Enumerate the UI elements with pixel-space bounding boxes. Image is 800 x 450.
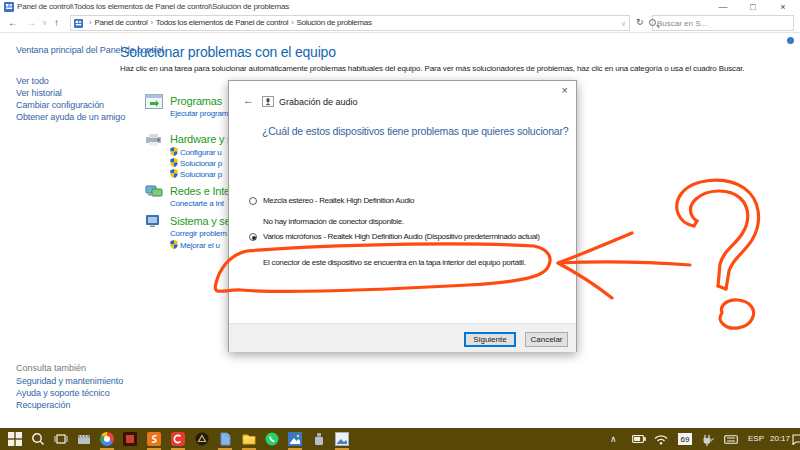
network-internet-icon xyxy=(145,184,163,199)
breadcrumb-item-solucion-de-problemas[interactable]: Solución de problemas xyxy=(297,16,372,30)
play-circle-app-icon[interactable] xyxy=(195,432,209,446)
maximize-button[interactable]: □ xyxy=(738,0,768,14)
dialog-question: ¿Cuál de estos dispositivos tiene proble… xyxy=(262,125,568,137)
see-also-header: Consulta también xyxy=(16,363,86,373)
search-box[interactable]: Buscar en S... xyxy=(652,15,794,31)
taskbar-search-icon[interactable] xyxy=(31,432,45,446)
next-button[interactable]: Siguiente xyxy=(464,332,516,347)
usb-device-icon[interactable] xyxy=(312,432,326,446)
dialog-close-icon[interactable]: × xyxy=(562,84,568,96)
action-center-icon[interactable] xyxy=(792,434,800,445)
category-hardware-y-sonido[interactable]: Hardware y s xyxy=(170,133,232,145)
uac-shield-icon xyxy=(170,147,178,156)
video-editor-app-icon[interactable] xyxy=(77,432,91,446)
uac-shield-icon xyxy=(170,240,178,249)
s-app-icon[interactable] xyxy=(147,432,161,446)
option-note-circled: El conector de este dispositivo se encue… xyxy=(263,258,526,267)
control-panel-icon xyxy=(4,2,14,12)
programs-icon xyxy=(145,94,163,109)
category-sistema-y-seguridad[interactable]: Sistema y se xyxy=(170,215,231,227)
minimize-button[interactable]: — xyxy=(708,0,738,14)
close-button[interactable]: × xyxy=(768,0,798,14)
sidebar-item-obtener-ayuda[interactable]: Obtener ayuda de un amigo xyxy=(16,112,125,123)
radio-mezcla-estereo-label[interactable]: Mezcla estéreo - Realtek High Definition… xyxy=(263,196,414,205)
dialog-title: Grabación de audio xyxy=(279,97,358,107)
hardware-sound-icon xyxy=(145,132,163,147)
camtasia-icon[interactable] xyxy=(171,432,185,446)
breadcrumb-sep-icon: › xyxy=(291,16,293,30)
task-view-icon[interactable] xyxy=(54,432,68,446)
audio-recording-icon xyxy=(262,96,274,107)
option-note: No hay información de conector disponibl… xyxy=(263,217,404,226)
dialog-button-bar: Siguiente Cancelar xyxy=(229,323,576,352)
sidebar-item-ver-historial[interactable]: Ver historial xyxy=(16,88,62,99)
category-programas[interactable]: Programas xyxy=(170,95,222,107)
breadcrumb-sep-icon: › xyxy=(89,16,91,30)
chrome-icon[interactable] xyxy=(100,432,114,446)
sidebar-item-ayuda-soporte[interactable]: Ayuda y soporte técnico xyxy=(16,388,110,399)
category-link-label: Mejorar el u xyxy=(180,241,220,250)
breadcrumb-item-todos-los-elementos[interactable]: Todos los elementos de Panel de control xyxy=(156,16,288,30)
recent-pages-dropdown-icon[interactable]: ∨ xyxy=(42,14,47,31)
battery-icon[interactable] xyxy=(632,434,646,444)
category-link-solucionar-1[interactable]: Solucionar p xyxy=(170,158,222,168)
radio-varios-microfonos[interactable] xyxy=(249,233,257,241)
image-viewer-app-icon[interactable] xyxy=(335,432,349,446)
category-link-label: Solucionar p xyxy=(180,170,222,179)
window-titlebar: Panel de control\Todos los elementos de … xyxy=(0,0,800,14)
address-dropdown-icon[interactable]: ∨ xyxy=(621,15,626,32)
address-field[interactable]: › Panel de control › Todos los elementos… xyxy=(70,15,630,31)
safely-remove-hardware-icon[interactable] xyxy=(701,433,715,447)
sidebar-item-ver-todo[interactable]: Ver todo xyxy=(16,76,49,87)
category-link-mejorar[interactable]: Mejorar el u xyxy=(170,240,220,250)
dialog-back-icon[interactable]: ← xyxy=(243,94,254,106)
radio-varios-microfonos-label[interactable]: Varios micrófonos - Realtek High Definit… xyxy=(263,232,540,241)
troubleshooter-dialog: × ← Grabación de audio ¿Cuál de estos di… xyxy=(228,80,577,352)
document-app-icon[interactable] xyxy=(218,432,232,446)
tray-expand-chevron-icon[interactable]: ∧ xyxy=(610,428,617,450)
back-button[interactable]: ← xyxy=(8,14,18,31)
category-link-solucionar-2[interactable]: Solucionar p xyxy=(170,169,222,179)
breadcrumb-item-panel-de-control[interactable]: Panel de control xyxy=(94,16,147,30)
language-indicator[interactable]: ESP xyxy=(748,428,764,450)
cancel-button[interactable]: Cancelar xyxy=(525,332,568,347)
uac-shield-icon xyxy=(170,169,178,178)
photos-app-icon[interactable] xyxy=(288,432,302,446)
forward-button[interactable]: → xyxy=(26,14,36,31)
radio-mezcla-estereo[interactable] xyxy=(249,197,257,205)
category-link-ejecutar-programas[interactable]: Ejecutar program xyxy=(170,109,228,118)
sidebar-item-cambiar-configuracion[interactable]: Cambiar configuración xyxy=(16,100,104,111)
wifi-icon[interactable] xyxy=(654,434,668,445)
help-icon[interactable] xyxy=(787,37,794,44)
file-explorer-icon[interactable] xyxy=(242,432,256,446)
category-link-label: Solucionar p xyxy=(180,159,222,168)
breadcrumb: › Panel de control › Todos los elementos… xyxy=(86,16,372,30)
clock[interactable]: 20:17 xyxy=(770,428,790,450)
search-icon[interactable] xyxy=(649,19,656,26)
touch-keyboard-icon[interactable] xyxy=(724,435,738,444)
adobe-app-icon[interactable] xyxy=(123,432,137,446)
control-panel-icon xyxy=(74,19,83,28)
category-redes-e-internet[interactable]: Redes e Inte xyxy=(170,185,230,197)
category-link-conectarte[interactable]: Conectarte a Int xyxy=(170,199,224,208)
address-toolbar: ← → ∨ ↑ › Panel de control › Todos los e… xyxy=(0,14,800,33)
page-title: Solucionar problemas con el equipo xyxy=(120,44,336,60)
page-subtitle: Haz clic en una tarea para solucionar au… xyxy=(120,64,744,73)
category-link-label: Configurar u xyxy=(180,148,222,157)
desktop: Panel de control\Todos los elementos de … xyxy=(0,0,800,450)
sidebar-item-recuperacion[interactable]: Recuperación xyxy=(16,400,70,411)
search-input[interactable]: Buscar en S... xyxy=(657,17,707,31)
window-controls: — □ × xyxy=(708,0,798,14)
refresh-icon[interactable]: ↻ xyxy=(636,14,644,31)
system-security-icon xyxy=(145,214,163,229)
window-title: Panel de control\Todos los elementos de … xyxy=(17,2,289,11)
whatsapp-icon[interactable] xyxy=(265,432,279,446)
uac-shield-icon xyxy=(170,158,178,167)
breadcrumb-sep-icon: › xyxy=(150,16,152,30)
category-link-corregir[interactable]: Corregir problem xyxy=(170,229,227,238)
up-button[interactable]: ↑ xyxy=(54,14,59,31)
category-link-configurar[interactable]: Configurar u xyxy=(170,147,222,157)
start-button-icon[interactable] xyxy=(8,432,22,446)
sidebar-item-seguridad-mantenimiento[interactable]: Seguridad y mantenimiento xyxy=(16,376,123,387)
battery-percent-badge[interactable]: 69 xyxy=(678,433,692,445)
